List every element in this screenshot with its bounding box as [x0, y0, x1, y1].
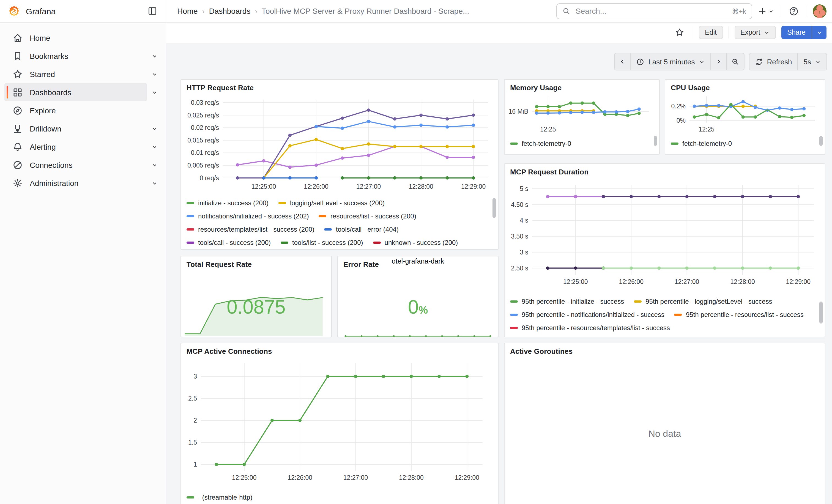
sidebar-link-dashboards[interactable]: Dashboards	[4, 83, 147, 101]
legend-item[interactable]: resources/list - success (200)	[319, 210, 416, 223]
cpu-usage-chart[interactable]: 12:250.2%0%	[668, 93, 822, 135]
search-input[interactable]	[574, 6, 732, 16]
sidebar-link-bookmarks[interactable]: Bookmarks	[4, 47, 147, 65]
legend-item[interactable]: fetch-telemetry-0	[671, 137, 732, 150]
legend-item[interactable]: unknown - success (200)	[373, 236, 458, 246]
favorite-star-button[interactable]	[672, 25, 687, 40]
sidebar-item-label: Bookmarks	[30, 51, 68, 60]
mcp-active-connections-chart[interactable]: 12:25:0012:26:0012:27:0012:28:0012:29:00…	[184, 359, 493, 487]
svg-text:12:28:00: 12:28:00	[399, 474, 424, 481]
legend-item[interactable]: tools/list - success (200)	[281, 236, 363, 246]
breadcrumb-dashboards[interactable]: Dashboards	[209, 7, 250, 16]
sidebar-item-label: Alerting	[30, 142, 56, 151]
datasource-float-label: otel-grafana-dark	[338, 258, 498, 265]
add-new-button[interactable]	[758, 6, 774, 16]
nav-actions: ⌘+k	[556, 3, 832, 19]
sidebar-link-alerting[interactable]: Alerting	[4, 137, 147, 156]
sidebar-item-explore: Explore	[4, 101, 162, 120]
sidebar-link-starred[interactable]: Starred	[4, 65, 147, 83]
search-box[interactable]: ⌘+k	[556, 3, 752, 19]
legend-label: unknown - success (200)	[385, 239, 458, 246]
chevron-down-icon[interactable]	[147, 121, 162, 136]
legend-item[interactable]: tools/call - error (404)	[324, 223, 399, 236]
legend-item[interactable]: fetch-telemetry-0	[510, 137, 571, 150]
sidebar-item-label: Home	[30, 33, 50, 42]
legend-label: logging/setLevel - success (200)	[290, 199, 385, 207]
breadcrumb-home[interactable]: Home	[177, 7, 198, 16]
refresh-interval-picker[interactable]: 5s	[798, 53, 827, 71]
compass-icon	[12, 105, 23, 116]
top-nav: Grafana Home › Dashboards › ToolHive MCP…	[0, 0, 832, 23]
legend-item[interactable]: logging/setLevel - success (200)	[279, 196, 385, 210]
svg-text:12:29:00: 12:29:00	[461, 183, 486, 190]
breadcrumb: Home › Dashboards › ToolHive MCP Server …	[166, 7, 469, 16]
legend-label: resources/list - success (200)	[331, 212, 416, 220]
zoom-out-button[interactable]	[727, 53, 744, 71]
legend-item[interactable]: resources/templates/list - success (200)	[186, 223, 314, 236]
error-rate-sparkline[interactable]	[342, 329, 494, 336]
svg-text:0.015 req/s: 0.015 req/s	[187, 137, 219, 144]
dashboard-canvas: Last 5 minutes Refresh	[166, 43, 832, 504]
grafana-logo-icon[interactable]	[8, 5, 20, 17]
legend-label: initialize - success (200)	[198, 199, 268, 207]
panel-error-rate: otel-grafana-dark Error Rate 0%	[337, 256, 498, 337]
legend-scrollbar[interactable]	[493, 198, 496, 218]
legend-item[interactable]: 95th percentile - notifications/initiali…	[510, 308, 665, 321]
time-shift-back-button[interactable]	[614, 53, 631, 71]
sidebar-link-connections[interactable]: Connections	[4, 156, 147, 174]
legend-scrollbar[interactable]	[820, 301, 823, 323]
chevron-right-icon	[715, 58, 722, 65]
legend-scrollbar[interactable]	[820, 136, 823, 146]
svg-text:12:27:00: 12:27:00	[356, 183, 381, 190]
memory-usage-chart[interactable]: 12:2516 MiB	[507, 93, 656, 135]
svg-text:4 s: 4 s	[520, 217, 528, 224]
panel-cpu-usage: CPU Usage 12:250.2%0% fetch-telemetry-0	[665, 79, 825, 155]
chevron-down-icon	[815, 59, 821, 65]
edit-button[interactable]: Edit	[699, 26, 723, 39]
search-shortcut: ⌘+k	[732, 7, 746, 15]
panel-title: Total Request Rate	[181, 257, 331, 268]
share-menu-button[interactable]	[812, 26, 827, 39]
duration-legend: 95th percentile - initialize - success95…	[510, 295, 816, 335]
share-button[interactable]: Share	[781, 26, 812, 39]
legend-item[interactable]: tools/call - success (200)	[186, 236, 271, 246]
grafana-app: Grafana Home › Dashboards › ToolHive MCP…	[0, 0, 832, 504]
legend-item[interactable]: 95th percentile - logging/setLevel - suc…	[634, 295, 772, 308]
nav-brand-section: Grafana	[0, 0, 166, 22]
chevron-down-icon[interactable]	[147, 139, 162, 154]
svg-text:0.005 req/s: 0.005 req/s	[187, 162, 219, 169]
sidebar-item-connections: Connections	[4, 156, 162, 174]
mcp-request-duration-chart[interactable]: 12:25:0012:26:0012:27:0012:28:0012:29:00…	[507, 179, 821, 292]
chevron-down-icon[interactable]	[147, 66, 162, 82]
http-request-rate-chart[interactable]: 12:25:0012:26:0012:27:0012:28:0012:29:00…	[183, 95, 494, 194]
legend-item[interactable]: - (streamable-http)	[186, 491, 252, 504]
panel-http-request-rate: HTTP Request Rate 12:25:0012:26:0012:27:…	[181, 79, 498, 250]
legend-item[interactable]: 95th percentile - resources/templates/li…	[510, 321, 670, 335]
sidebar-link-home[interactable]: Home	[4, 29, 162, 47]
svg-text:0.025 req/s: 0.025 req/s	[187, 112, 219, 119]
chevron-down-icon[interactable]	[147, 175, 162, 191]
sidebar-link-explore[interactable]: Explore	[4, 101, 162, 120]
export-button[interactable]: Export	[734, 26, 776, 39]
user-avatar[interactable]	[813, 4, 827, 18]
legend-item[interactable]: initialize - success (200)	[186, 196, 268, 210]
chevron-down-icon[interactable]	[147, 48, 162, 63]
time-range-picker[interactable]: Last 5 minutes	[631, 53, 711, 71]
help-button[interactable]	[786, 3, 801, 19]
panel-title: Memory Usage	[504, 80, 659, 92]
chevron-down-icon[interactable]	[147, 84, 162, 100]
refresh-button[interactable]: Refresh	[749, 53, 798, 71]
legend-item[interactable]: 95th percentile - resources/list - succe…	[674, 308, 804, 321]
zoom-out-icon	[731, 57, 739, 66]
legend-scrollbar[interactable]	[654, 136, 657, 146]
sidebar-link-administration[interactable]: Administration	[4, 174, 147, 192]
error-rate-value: 0%	[338, 296, 498, 318]
legend-item[interactable]: 95th percentile - initialize - success	[510, 295, 624, 308]
dashboard-actions-bar: Edit Export Share	[166, 22, 832, 43]
time-shift-forward-button[interactable]	[711, 53, 727, 71]
chevron-down-icon[interactable]	[147, 157, 162, 173]
sidebar-link-drilldown[interactable]: Drilldown	[4, 120, 147, 137]
dock-menu-icon[interactable]	[145, 3, 160, 19]
legend-item[interactable]: notifications/initialized - success (202…	[186, 210, 309, 223]
legend-label: notifications/initialized - success (202…	[198, 212, 309, 220]
